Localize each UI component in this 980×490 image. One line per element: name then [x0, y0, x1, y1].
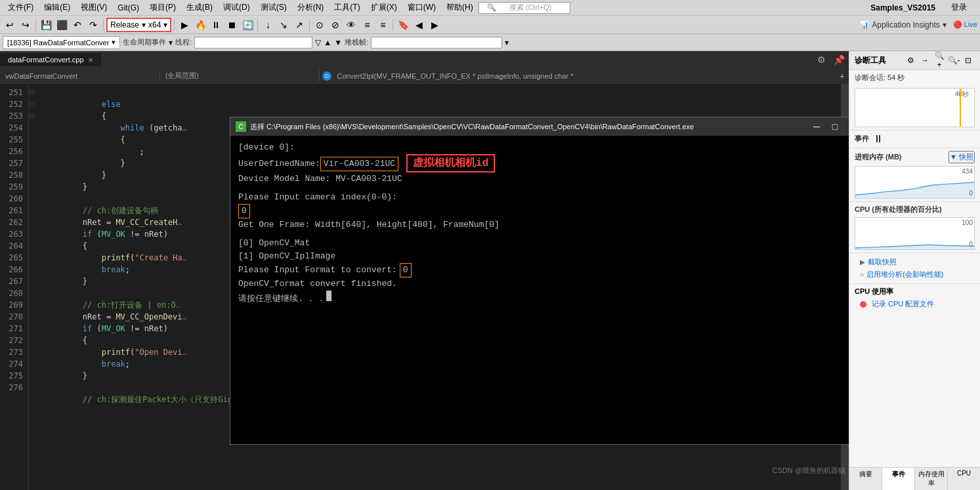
- menu-tools[interactable]: 工具(T): [329, 1, 365, 14]
- close-button[interactable]: ✕: [846, 119, 849, 134]
- down-icon: ▼: [334, 38, 342, 47]
- arch-dropdown-arrow-icon: ▾: [163, 20, 167, 30]
- menu-view[interactable]: 视图(V): [75, 1, 112, 14]
- step-out-button[interactable]: ↗: [292, 18, 307, 32]
- watch-button[interactable]: 👁: [344, 18, 358, 32]
- events-label: 事件: [855, 134, 869, 144]
- menu-analyze[interactable]: 分析(N): [292, 1, 330, 14]
- diag-zoom-out-icon[interactable]: 🔍-: [947, 54, 960, 67]
- login-button[interactable]: 登录: [946, 1, 972, 14]
- console-spacer-1: [238, 186, 849, 191]
- memory-min-label: 0: [969, 190, 973, 197]
- back-button[interactable]: ↩: [3, 18, 17, 32]
- save-button[interactable]: 💾: [39, 18, 53, 32]
- pause-button[interactable]: ⏸: [209, 18, 223, 32]
- stop-button[interactable]: ⏹: [224, 18, 239, 32]
- continue-button[interactable]: ▶: [177, 18, 192, 32]
- config-dropdown[interactable]: Release ▾ x64 ▾: [106, 18, 171, 32]
- nav-class-selector[interactable]: vwDataFormatConvert: [0, 71, 160, 81]
- menu-help[interactable]: 帮助(H): [441, 1, 479, 14]
- active-editor-tab[interactable]: dataFormatConvert.cpp ✕: [0, 53, 102, 66]
- cpu-record-button[interactable]: 记录 CPU 配置文件: [872, 299, 934, 309]
- expand-button[interactable]: +: [836, 70, 849, 83]
- step-into-button[interactable]: ↘: [276, 18, 291, 32]
- autos-button[interactable]: ≡: [375, 18, 390, 32]
- tab-summary[interactable]: 摘要: [849, 468, 882, 490]
- camera-index-input[interactable]: 0: [238, 204, 250, 218]
- minimize-button[interactable]: ─: [809, 119, 824, 134]
- format-input[interactable]: 0: [400, 263, 412, 277]
- console-line-device: [device 0]:: [238, 141, 849, 154]
- dropdown-arrow-icon: ▾: [142, 20, 146, 30]
- config-release-label: Release: [110, 20, 139, 30]
- cursor-blink: [326, 291, 331, 301]
- menu-extensions[interactable]: 扩展(X): [366, 1, 402, 14]
- config-arch-label: x64: [148, 20, 161, 30]
- next-bookmark-button[interactable]: ▶: [427, 18, 442, 32]
- prompt-text: Please Input camera index(0-0):: [238, 191, 397, 204]
- fold-column: □ □ □: [29, 84, 39, 490]
- console-line-continue: 请按任意键继续. . .: [238, 291, 849, 306]
- tab-memory[interactable]: 内存使用率: [915, 468, 948, 490]
- pin-icon[interactable]: 📌: [830, 53, 849, 66]
- breakpoints-button[interactable]: ⊘: [328, 18, 343, 32]
- step-over-button[interactable]: ↓: [261, 18, 275, 32]
- cpu-section-label: CPU 使用率: [855, 287, 975, 296]
- app-insights-label[interactable]: Application Insights: [872, 20, 939, 30]
- menu-window[interactable]: 窗口(W): [402, 1, 441, 14]
- tab-close-icon[interactable]: ✕: [88, 56, 93, 64]
- diag-zoom-in-icon[interactable]: 🔍+: [933, 54, 946, 67]
- restart-button[interactable]: 🔄: [240, 18, 255, 32]
- prev-bookmark-button[interactable]: ◀: [412, 18, 426, 32]
- code-area[interactable]: 251252253254255 256257258259260 26126226…: [0, 84, 849, 490]
- memory-snapshot-button[interactable]: ▼ 快照: [948, 151, 975, 163]
- memory-label: 进程内存 (MB): [855, 152, 902, 162]
- maximize-button[interactable]: □: [828, 119, 842, 134]
- menu-edit[interactable]: 编辑(E): [39, 1, 75, 14]
- hot-reload-button[interactable]: 🔥: [193, 18, 207, 32]
- console-window: C 选择 C:\Program Files (x86)\MVS\Developm…: [230, 117, 849, 445]
- process-selector[interactable]: [18336] RawDataFormatConver ▾: [3, 36, 120, 49]
- diag-arrow-right-icon[interactable]: →: [918, 54, 931, 67]
- console-line-input0: 0: [238, 204, 849, 218]
- editor-nav: vwDataFormatConvert (全局范围) ⊙ Convert2Ipl…: [0, 68, 849, 84]
- heap-analysis-button[interactable]: 启用堆分析(会影响性能): [866, 270, 943, 279]
- tab-filename: dataFormatConvert.cpp: [8, 56, 84, 64]
- menu-debug[interactable]: 调试(D): [218, 1, 255, 14]
- save-all-button[interactable]: ⬛: [54, 18, 69, 32]
- breakpoint-button[interactable]: ⊙: [312, 18, 327, 32]
- diag-title: 诊断工具: [855, 55, 886, 66]
- take-snapshot-button[interactable]: 截取快照: [868, 257, 897, 267]
- menu-test[interactable]: 测试(S): [255, 1, 292, 14]
- cpu-chart-svg: [855, 218, 974, 249]
- model-label: Device Model Name: MV-CA003-21UC: [238, 173, 402, 186]
- continue-text: 请按任意键继续. . .: [238, 293, 324, 306]
- undo-button[interactable]: ↶: [70, 18, 85, 32]
- svg-marker-0: [855, 182, 974, 198]
- settings-icon[interactable]: ⚙: [813, 53, 830, 66]
- diag-settings-icon[interactable]: ⚙: [904, 54, 917, 67]
- console-body: [device 0]: UserDefinedName: Vir-CA003-2…: [230, 136, 849, 444]
- bookmark-button[interactable]: 🔖: [396, 18, 410, 32]
- tab-cpu[interactable]: CPU: [948, 468, 980, 490]
- menu-project[interactable]: 项目(P): [144, 1, 181, 14]
- menu-file[interactable]: 文件(F): [3, 1, 39, 14]
- redo-button[interactable]: ↷: [86, 18, 100, 32]
- process-dropdown-icon: ▾: [112, 38, 116, 47]
- memory-max-label: 434: [962, 168, 973, 175]
- menu-build[interactable]: 生成(B): [181, 1, 218, 14]
- tab-events[interactable]: 事件: [882, 468, 915, 490]
- locals-button[interactable]: ≡: [360, 18, 374, 32]
- filter-icon: ▽: [315, 38, 321, 47]
- live-button[interactable]: 🔴 Live: [953, 20, 977, 29]
- nav-method-selector[interactable]: Convert2Ipl(MV_FRAME_OUT_INFO_EX * pstIm…: [334, 71, 836, 81]
- cpu-label: CPU (所有处理器的百分比): [855, 205, 942, 213]
- method-icon: ⊙: [322, 71, 331, 81]
- menu-git[interactable]: Git(G): [112, 2, 144, 14]
- nav-scope-selector[interactable]: (全局范围): [160, 70, 320, 82]
- diag-fit-icon[interactable]: ⊡: [962, 54, 975, 67]
- console-line-model: Device Model Name: MV-CA003-21UC: [238, 173, 849, 186]
- forward-button[interactable]: ↪: [18, 18, 33, 32]
- pause-events-icon[interactable]: ⏸: [873, 133, 884, 145]
- up-icon: ▲: [324, 38, 331, 47]
